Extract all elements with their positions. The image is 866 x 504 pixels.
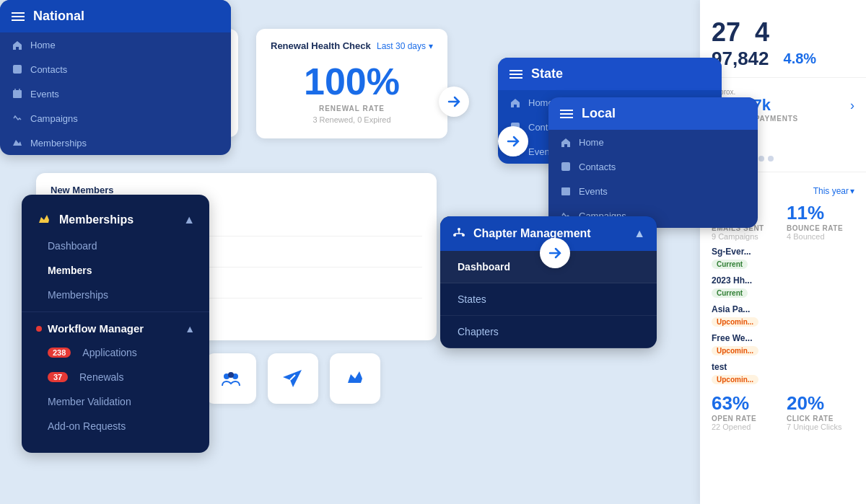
campaign-row-5[interactable]: test Upcomin... bbox=[712, 362, 854, 385]
state-title: State bbox=[531, 66, 563, 81]
analytics-panel: 27 4 97,842 4.8% approx. S$16.7k VALUE O… bbox=[700, 0, 866, 504]
sidebar-addon-label: Add-on Requests bbox=[48, 420, 126, 432]
community-icon-button[interactable] bbox=[206, 353, 256, 404]
applications-badge: 238 bbox=[48, 348, 71, 358]
national-nav-memberships[interactable]: Memberships bbox=[0, 131, 231, 155]
campaign-row-2[interactable]: 2023 Hh... Current bbox=[712, 275, 854, 299]
campaign-row-4[interactable]: Free We... Upcomin... bbox=[712, 333, 854, 356]
local-nav-contacts[interactable]: Contacts bbox=[548, 154, 758, 179]
arrow-local-to-chapter[interactable] bbox=[540, 238, 570, 268]
sidebar-item-addon-requests[interactable]: Add-on Requests bbox=[22, 414, 209, 438]
national-nav-events[interactable]: Events bbox=[0, 81, 231, 106]
big-num-percent: 4.8% bbox=[784, 50, 817, 67]
sidebar-workflow-label: Workflow Manager bbox=[48, 322, 144, 335]
sidebar-dashboard-label: Dashboard bbox=[48, 240, 97, 252]
svg-rect-8 bbox=[561, 187, 570, 195]
chapter-title: Chapter Management bbox=[473, 227, 591, 240]
sidebar-members-label: Members bbox=[48, 265, 92, 276]
local-nav-home[interactable]: Home bbox=[548, 130, 758, 154]
stat-click-rate: 20% CLICK RATE 7 Unique Clicks bbox=[787, 392, 854, 431]
campaign-filter[interactable]: This year ▾ bbox=[813, 186, 854, 196]
stat-bounce-rate: 11% BOUNCE RATE 4 Bounced bbox=[787, 202, 854, 241]
sidebar-memberships-sub-label: Memberships bbox=[48, 289, 108, 301]
campaign-row-3[interactable]: Asia Pa... Upcomin... bbox=[712, 304, 854, 327]
analytics-divider-1 bbox=[700, 77, 866, 78]
arrow-national-to-state[interactable] bbox=[439, 87, 469, 117]
national-title: National bbox=[33, 9, 84, 24]
chapter-icon bbox=[452, 226, 466, 241]
chapter-nav-states[interactable]: States bbox=[440, 283, 657, 316]
top-num-27: 27 bbox=[712, 17, 740, 48]
sidebar-member-validation-label: Member Validation bbox=[48, 396, 131, 407]
national-nav-campaigns[interactable]: Campaigns bbox=[0, 106, 231, 131]
svg-rect-4 bbox=[13, 90, 22, 98]
chapter-nav-chapters[interactable]: Chapters bbox=[440, 316, 657, 348]
svg-rect-9 bbox=[458, 228, 460, 231]
value-chevron-icon[interactable]: › bbox=[850, 98, 854, 113]
action-icons-row bbox=[206, 353, 380, 404]
state-nav-bar: State bbox=[498, 58, 722, 90]
sidebar-nav: Memberships ▲ Dashboard Members Membersh… bbox=[22, 195, 209, 453]
renewal-header: Renewal Health Check Last 30 days ▾ bbox=[271, 40, 433, 51]
sidebar-item-member-validation[interactable]: Member Validation bbox=[22, 389, 209, 414]
sidebar-workflow-header: Workflow Manager ▲ bbox=[22, 317, 209, 340]
national-card: National Home Contacts Events Campaigns … bbox=[0, 0, 231, 155]
chapter-management-card: Chapter Management ▲ Dashboard States Ch… bbox=[440, 216, 657, 348]
svg-point-2 bbox=[228, 372, 234, 378]
svg-rect-7 bbox=[561, 162, 570, 171]
renewal-sub-text: 3 Renewed, 0 Expired bbox=[271, 115, 433, 124]
sidebar-item-applications[interactable]: 238 Applications bbox=[22, 340, 209, 365]
dot-6[interactable] bbox=[758, 156, 764, 162]
national-nav-contacts[interactable]: Contacts bbox=[0, 57, 231, 81]
sidebar-item-memberships[interactable]: Memberships bbox=[22, 283, 209, 307]
national-nav-bar: National bbox=[0, 0, 231, 32]
local-hamburger-icon[interactable] bbox=[560, 110, 573, 118]
local-nav-bar: Local bbox=[548, 97, 758, 130]
local-nav-events[interactable]: Events bbox=[548, 179, 758, 203]
local-title: Local bbox=[582, 106, 616, 121]
renewals-badge: 37 bbox=[48, 372, 68, 382]
sidebar-applications-label: Applications bbox=[82, 347, 137, 358]
svg-rect-3 bbox=[13, 65, 22, 74]
national-hamburger-icon[interactable] bbox=[12, 12, 25, 21]
renewal-health-card: Renewal Health Check Last 30 days ▾ 100%… bbox=[256, 29, 447, 138]
stat-open-rate: 63% OPEN RATE 22 Opened bbox=[712, 392, 779, 431]
new-members-title: New Members bbox=[51, 185, 422, 195]
sidebar-item-dashboard[interactable]: Dashboard bbox=[22, 234, 209, 258]
local-card: Local Home Contacts Events Campaigns bbox=[548, 97, 758, 228]
stats-grid-2: 63% OPEN RATE 22 Opened 20% CLICK RATE 7… bbox=[712, 392, 854, 431]
sidebar-memberships-header: Memberships ▲ bbox=[22, 206, 209, 234]
sidebar-item-renewals[interactable]: 37 Renewals bbox=[22, 365, 209, 389]
campaign-list: Sg-Ever... Current 2023 Hh... Current As… bbox=[712, 247, 854, 385]
arrow-state-to-local[interactable] bbox=[498, 126, 528, 156]
national-nav-home[interactable]: Home bbox=[0, 32, 231, 57]
sidebar-divider bbox=[22, 311, 209, 312]
state-hamburger-icon[interactable] bbox=[509, 70, 522, 79]
renewal-period[interactable]: Last 30 days ▾ bbox=[377, 41, 433, 51]
send-icon-button[interactable] bbox=[268, 353, 318, 404]
workflow-dot bbox=[36, 326, 42, 332]
value-approx: approx. bbox=[712, 88, 798, 96]
renewal-period-text: Last 30 days bbox=[377, 41, 426, 51]
crown-icon bbox=[36, 212, 52, 228]
renewal-title: Renewal Health Check bbox=[271, 40, 371, 51]
campaign-row-1[interactable]: Sg-Ever... Current bbox=[712, 247, 854, 270]
sidebar-item-members[interactable]: Members bbox=[22, 258, 209, 283]
sidebar-memberships-label: Memberships bbox=[59, 213, 134, 226]
crown-icon-button[interactable] bbox=[330, 353, 380, 404]
renewal-rate-value: 100% bbox=[271, 63, 433, 100]
dot-7[interactable] bbox=[768, 156, 774, 162]
sidebar-renewals-label: Renewals bbox=[79, 371, 123, 383]
renewal-rate-label: RENEWAL RATE bbox=[271, 105, 433, 112]
top-num-4: 4 bbox=[755, 17, 769, 48]
